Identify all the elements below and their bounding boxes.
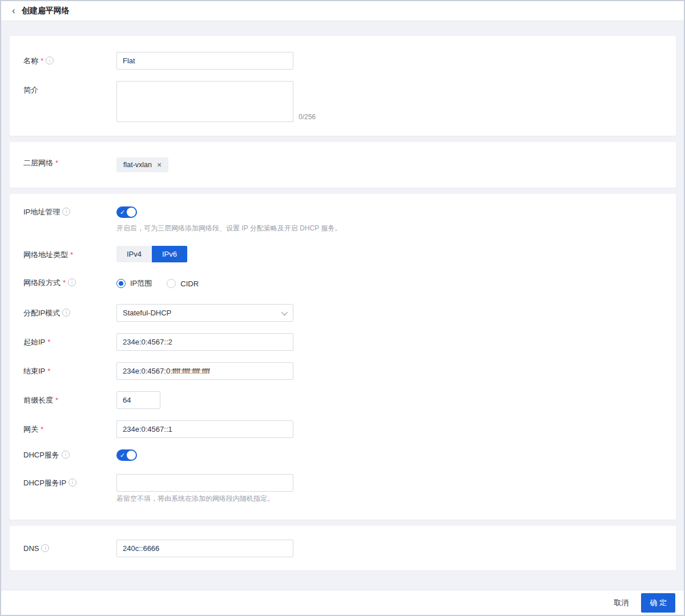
form-row-description: 简介 0/256: [23, 81, 662, 122]
prefix-length-label: 前缀长度 *: [23, 391, 116, 409]
segment-mode-label: 网络段方式 * i: [23, 277, 116, 289]
info-icon: i: [62, 208, 70, 216]
toggle-check-icon: ✓: [120, 208, 125, 216]
ipv4-button[interactable]: IPv4: [116, 246, 152, 262]
addr-type-label: 网络地址类型 *: [23, 246, 116, 262]
ip-manage-label: IP地址管理 i: [23, 206, 116, 233]
chevron-down-icon: [281, 309, 288, 315]
dns-label: DNS i: [23, 540, 116, 557]
name-input[interactable]: [116, 52, 293, 70]
l2-network-label: 二层网络 *: [23, 157, 116, 172]
tag-close-icon[interactable]: ×: [157, 161, 162, 169]
required-mark: *: [55, 158, 58, 168]
card-basic-info: 名称 * i 简介 0/256: [10, 36, 676, 136]
dhcp-toggle[interactable]: ✓: [116, 449, 137, 461]
form-row-dhcp-ip: DHCP服务IP i 若留空不填，将由系统在添加的网络段内随机指定。: [23, 474, 662, 504]
end-ip-input[interactable]: [116, 362, 293, 380]
alloc-mode-value: Stateful-DHCP: [123, 309, 171, 317]
form-content: 名称 * i 简介 0/256 二层网络 *: [1, 21, 684, 590]
form-row-ip-manage: IP地址管理 i ✓ 开启后，可为三层网络添加网络段、设置 IP 分配策略及开启…: [23, 206, 662, 233]
back-icon[interactable]: ‹: [12, 6, 15, 15]
card-ip-management: IP地址管理 i ✓ 开启后，可为三层网络添加网络段、设置 IP 分配策略及开启…: [10, 194, 676, 520]
dhcp-ip-label: DHCP服务IP i: [23, 474, 116, 504]
start-ip-label: 起始IP *: [23, 333, 116, 351]
addr-type-segmented: IPv4 IPv6: [116, 246, 187, 262]
card-l2-network: 二层网络 * flat-vxlan ×: [10, 142, 676, 188]
info-icon: i: [62, 309, 70, 317]
ip-manage-hint: 开启后，可为三层网络添加网络段、设置 IP 分配策略及开启 DHCP 服务。: [116, 224, 662, 233]
radio-ip-range[interactable]: IP范围: [116, 278, 152, 289]
form-row-start-ip: 起始IP *: [23, 333, 662, 351]
card-dns: DNS i: [10, 526, 676, 570]
form-row-dns: DNS i: [23, 540, 662, 557]
alloc-mode-select[interactable]: Stateful-DHCP: [116, 304, 293, 322]
gateway-label: 网关 *: [23, 420, 116, 438]
required-mark: *: [41, 56, 43, 66]
form-row-segment-mode: 网络段方式 * i IP范围 CIDR: [23, 277, 662, 289]
form-row-name: 名称 * i: [23, 52, 662, 70]
page-title: 创建扁平网络: [22, 6, 70, 16]
l2-network-tag: flat-vxlan ×: [116, 157, 168, 172]
required-mark: *: [47, 366, 50, 376]
info-icon: i: [41, 544, 49, 552]
end-ip-label: 结束IP *: [23, 362, 116, 380]
form-row-end-ip: 结束IP *: [23, 362, 662, 380]
description-label: 简介: [23, 81, 116, 122]
page-header: ‹ 创建扁平网络: [1, 1, 684, 21]
dns-input[interactable]: [116, 540, 293, 557]
form-row-prefix-length: 前缀长度 *: [23, 391, 662, 409]
ipv6-button[interactable]: IPv6: [152, 246, 187, 262]
form-footer: 取消 确 定: [1, 590, 684, 615]
info-icon: i: [68, 479, 76, 487]
name-label: 名称 * i: [23, 52, 116, 70]
form-row-gateway: 网关 *: [23, 420, 662, 438]
info-icon: i: [68, 278, 76, 286]
char-counter: 0/256: [299, 113, 316, 122]
form-row-l2-network: 二层网络 * flat-vxlan ×: [23, 157, 662, 172]
dhcp-ip-input[interactable]: [116, 474, 293, 492]
toggle-knob: [127, 208, 136, 217]
alloc-mode-label: 分配IP模式 i: [23, 304, 116, 322]
required-mark: *: [55, 395, 58, 405]
ip-manage-toggle[interactable]: ✓: [116, 206, 137, 218]
radio-unselected-icon: [167, 279, 176, 288]
form-row-dhcp: DHCP服务 i ✓: [23, 449, 662, 463]
form-row-alloc-mode: 分配IP模式 i Stateful-DHCP: [23, 304, 662, 322]
l2-network-tag-label: flat-vxlan: [123, 161, 152, 169]
start-ip-input[interactable]: [116, 333, 293, 351]
form-row-addr-type: 网络地址类型 * IPv4 IPv6: [23, 246, 662, 262]
required-mark: *: [47, 337, 50, 347]
radio-selected-icon: [116, 279, 126, 288]
info-icon: i: [62, 451, 70, 459]
required-mark: *: [63, 278, 66, 287]
prefix-length-input[interactable]: [116, 391, 160, 409]
required-mark: *: [70, 250, 73, 260]
info-icon: i: [46, 56, 54, 64]
toggle-knob: [127, 451, 136, 460]
toggle-check-icon: ✓: [120, 451, 125, 459]
confirm-button[interactable]: 确 定: [641, 593, 675, 613]
dhcp-label: DHCP服务 i: [23, 449, 116, 463]
dhcp-ip-hint: 若留空不填，将由系统在添加的网络段内随机指定。: [116, 494, 662, 504]
gateway-input[interactable]: [116, 420, 293, 438]
description-textarea[interactable]: [116, 81, 293, 122]
radio-cidr[interactable]: CIDR: [167, 279, 199, 288]
required-mark: *: [41, 424, 43, 434]
cancel-button[interactable]: 取消: [614, 598, 628, 608]
